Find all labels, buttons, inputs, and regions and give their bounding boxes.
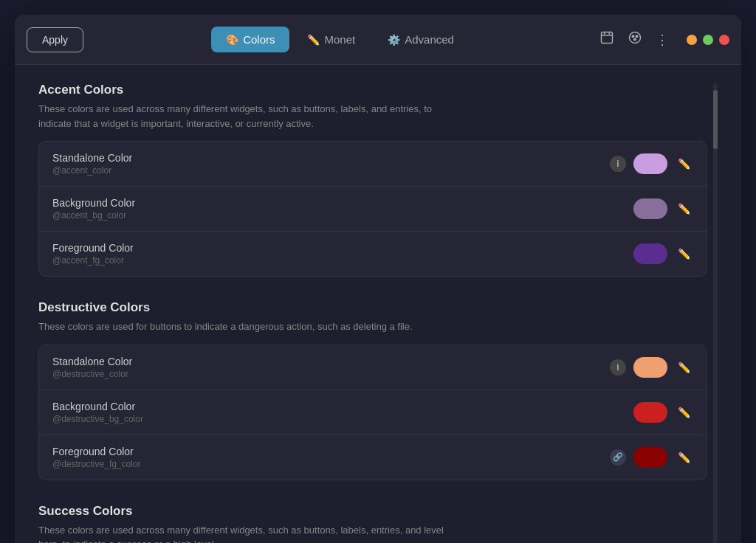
svg-point-4 xyxy=(634,38,636,41)
advanced-icon: ⚙️ xyxy=(388,34,400,46)
accent-bg-edit[interactable]: ✏️ xyxy=(675,200,693,218)
svg-point-2 xyxy=(632,35,634,38)
destructive-fg-name: Foreground Color xyxy=(52,446,610,457)
destructive-standalone-swatch[interactable] xyxy=(633,357,667,378)
titlebar-actions: ⋮ xyxy=(597,27,672,52)
tab-monet-label: Monet xyxy=(324,33,355,46)
accent-standalone-edit[interactable]: ✏️ xyxy=(675,155,693,173)
main-content: Accent Colors These colors are used acro… xyxy=(15,65,741,543)
destructive-bg-row: Background Color @destructive_bg_color ✏… xyxy=(39,390,707,435)
accent-standalone-swatch[interactable] xyxy=(633,153,667,174)
accent-colors-section: Accent Colors These colors are used acro… xyxy=(38,83,707,277)
destructive-section-title: Destructive Colors xyxy=(38,300,707,315)
svg-rect-0 xyxy=(602,32,613,44)
destructive-section-desc: These colors are used for buttons to ind… xyxy=(38,319,452,334)
accent-fg-var: @accent_fg_color xyxy=(52,255,633,266)
accent-section-desc: These colors are used across many differ… xyxy=(38,102,452,131)
accent-fg-row: Foreground Color @accent_fg_color ✏️ xyxy=(39,232,707,276)
svg-point-1 xyxy=(630,32,641,44)
accent-standalone-row: Standalone Color @accent_color i ✏️ xyxy=(39,142,707,187)
svg-point-3 xyxy=(636,35,638,38)
destructive-colors-section: Destructive Colors These colors are used… xyxy=(38,300,707,480)
main-panel: Accent Colors These colors are used acro… xyxy=(38,83,707,543)
tab-advanced[interactable]: ⚙️ Advanced xyxy=(373,27,469,52)
tab-monet[interactable]: ✏️ Monet xyxy=(292,27,370,52)
apply-button[interactable]: Apply xyxy=(27,27,83,52)
destructive-fg-var: @destructive_fg_color xyxy=(52,459,610,469)
dot-maximize[interactable] xyxy=(703,35,713,45)
tab-colors[interactable]: 🎨 Colors xyxy=(211,27,289,52)
accent-fg-name: Foreground Color xyxy=(52,242,633,254)
colors-icon: 🎨 xyxy=(226,34,238,46)
success-section-desc: These colors are used across many differ… xyxy=(38,523,452,544)
scrollbar-thumb[interactable] xyxy=(713,90,718,149)
tab-colors-label: Colors xyxy=(243,33,275,46)
destructive-fg-edit[interactable]: ✏️ xyxy=(675,449,693,466)
success-colors-section: Success Colors These colors are used acr… xyxy=(38,504,707,544)
tab-advanced-label: Advanced xyxy=(405,33,454,46)
accent-bg-row: Background Color @accent_bg_color ✏️ xyxy=(39,187,707,232)
accent-fg-edit[interactable]: ✏️ xyxy=(675,245,693,263)
screenshot-button[interactable] xyxy=(597,27,617,52)
more-button[interactable]: ⋮ xyxy=(653,29,672,51)
app-window: Apply 🎨 Colors ✏️ Monet ⚙️ Advanced xyxy=(15,15,741,543)
destructive-standalone-edit[interactable]: ✏️ xyxy=(675,359,693,376)
tab-bar: 🎨 Colors ✏️ Monet ⚙️ Advanced xyxy=(92,27,588,52)
accent-bg-var: @accent_bg_color xyxy=(52,210,633,221)
accent-bg-name: Background Color xyxy=(52,197,633,209)
palette-button[interactable] xyxy=(625,27,645,52)
scrollbar[interactable] xyxy=(713,83,718,543)
destructive-standalone-info[interactable]: i xyxy=(610,359,626,376)
destructive-fg-swatch[interactable] xyxy=(633,447,667,468)
window-controls xyxy=(687,35,729,45)
success-section-title: Success Colors xyxy=(38,504,707,519)
monet-icon: ✏️ xyxy=(307,34,320,46)
destructive-standalone-name: Standalone Color xyxy=(52,356,610,367)
destructive-bg-swatch[interactable] xyxy=(633,402,667,423)
dot-close[interactable] xyxy=(719,35,729,45)
destructive-bg-edit[interactable]: ✏️ xyxy=(675,404,693,421)
destructive-fg-link[interactable]: 🔗 xyxy=(610,449,626,466)
destructive-bg-name: Background Color xyxy=(52,401,633,412)
destructive-standalone-row: Standalone Color @destructive_color i ✏️ xyxy=(39,345,707,390)
accent-standalone-name: Standalone Color xyxy=(52,152,610,164)
destructive-bg-var: @destructive_bg_color xyxy=(52,414,633,424)
accent-section-title: Accent Colors xyxy=(38,83,707,97)
destructive-standalone-var: @destructive_color xyxy=(52,369,610,379)
destructive-fg-row: Foreground Color @destructive_fg_color 🔗… xyxy=(39,435,707,480)
destructive-color-card: Standalone Color @destructive_color i ✏️… xyxy=(38,345,707,480)
accent-fg-swatch[interactable] xyxy=(633,243,667,264)
titlebar: Apply 🎨 Colors ✏️ Monet ⚙️ Advanced xyxy=(15,15,741,65)
accent-standalone-var: @accent_color xyxy=(52,165,610,176)
accent-bg-swatch[interactable] xyxy=(633,198,667,219)
accent-standalone-info[interactable]: i xyxy=(610,156,626,172)
dot-minimize[interactable] xyxy=(687,35,697,45)
accent-color-card: Standalone Color @accent_color i ✏️ Back… xyxy=(38,141,707,277)
